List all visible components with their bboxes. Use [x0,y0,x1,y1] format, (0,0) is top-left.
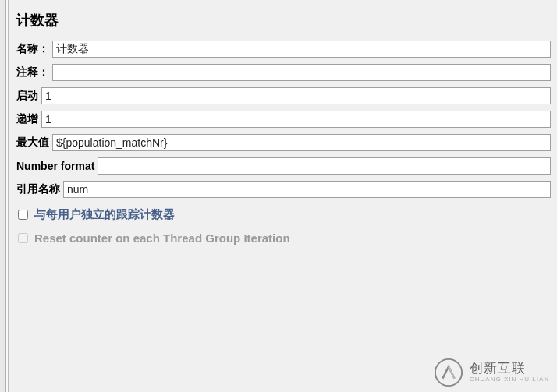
refname-row: 引用名称 [9,178,557,201]
per-user-label: 与每用户独立的跟踪计数器 [34,207,175,222]
max-input[interactable] [52,134,551,151]
panel-title: 计数器 [9,0,557,37]
resize-handle[interactable] [0,0,6,392]
counter-config-panel: 计数器 名称： 注释： 启动 递增 最大值 Number format 引用名称… [8,0,557,392]
comment-input[interactable] [52,64,551,81]
comment-row: 注释： [9,61,557,84]
max-row: 最大值 [9,131,557,154]
comment-label: 注释： [16,65,49,79]
logo-text-cn: 创新互联 [470,362,549,376]
increment-row: 递增 [9,108,557,131]
refname-input[interactable] [63,181,551,198]
reset-row: Reset counter on each Thread Group Itera… [9,225,557,248]
per-user-row: 与每用户独立的跟踪计数器 [9,201,557,225]
number-format-row: Number format [9,154,557,178]
start-input[interactable] [41,87,551,104]
number-format-label: Number format [16,160,94,172]
svg-point-0 [435,359,462,386]
logo-icon [434,358,463,387]
max-label: 最大值 [16,136,49,150]
logo-text-en: CHUANG XIN HU LIAN [470,376,549,383]
name-label: 名称： [16,42,49,56]
refname-label: 引用名称 [16,182,60,196]
number-format-input[interactable] [98,157,551,175]
reset-label: Reset counter on each Thread Group Itera… [34,231,290,245]
name-row: 名称： [9,37,557,61]
watermark-logo: 创新互联 CHUANG XIN HU LIAN [434,358,549,387]
increment-label: 递增 [16,112,38,126]
reset-checkbox [18,233,28,243]
name-input[interactable] [52,41,551,58]
per-user-checkbox[interactable] [18,210,28,220]
increment-input[interactable] [41,111,551,128]
start-row: 启动 [9,84,557,108]
start-label: 启动 [16,89,38,103]
